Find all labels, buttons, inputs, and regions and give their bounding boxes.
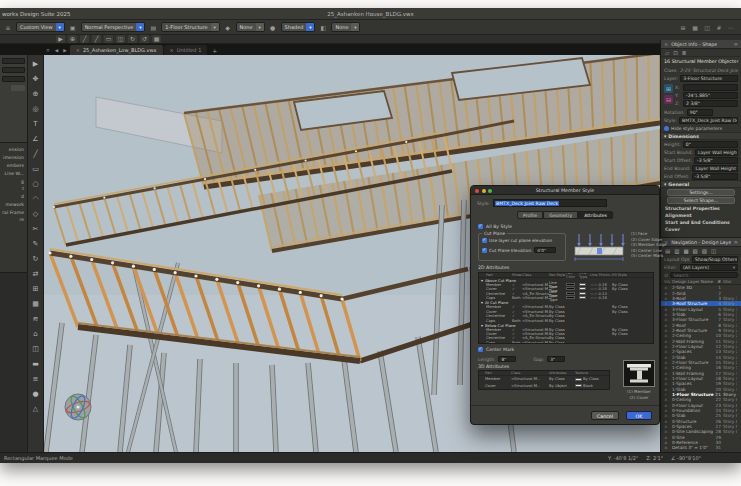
- section-link[interactable]: Structural Properties: [661, 205, 741, 212]
- tab-back-icon[interactable]: ◀: [53, 48, 60, 55]
- gap-field[interactable]: 3": [547, 356, 565, 362]
- slab-tool-icon[interactable]: ▬: [30, 357, 42, 372]
- text-tool-icon[interactable]: T: [30, 117, 42, 132]
- roof-tool-icon[interactable]: ≋: [30, 312, 42, 327]
- chevron-down-icon[interactable]: ▾: [256, 23, 264, 31]
- snap-mode-icon[interactable]: ⊕: [68, 35, 77, 43]
- rectangle-tool-icon[interactable]: ▭: [30, 162, 42, 177]
- nav-saved-views-icon[interactable]: ▨: [702, 248, 707, 254]
- palette-field[interactable]: [2, 67, 25, 73]
- grid-mode-icon[interactable]: ▦: [152, 35, 161, 43]
- visibility-mark[interactable]: ×: [664, 323, 672, 328]
- palette-field[interactable]: [2, 58, 25, 64]
- dialog-tab-geometry[interactable]: Geometry: [543, 211, 578, 219]
- chevron-down-icon[interactable]: ▾: [136, 23, 144, 31]
- tab-close-icon[interactable]: ×: [170, 47, 174, 53]
- visibility-mark[interactable]: ×: [664, 397, 672, 402]
- mirror-tool-icon[interactable]: ⇄: [30, 267, 42, 282]
- move-tool-icon[interactable]: ⊞: [30, 282, 42, 297]
- dimension-field[interactable]: -3 5/8": [692, 173, 738, 180]
- chevron-down-icon[interactable]: ▾: [211, 23, 219, 31]
- line-mode-icon[interactable]: ╱: [80, 35, 89, 43]
- camera-tool-icon[interactable]: △: [30, 402, 42, 417]
- tool-set-item[interactable]: embers: [0, 162, 27, 170]
- chevron-down-icon[interactable]: ▾: [56, 23, 64, 31]
- visibility-mark[interactable]: ×: [664, 355, 672, 360]
- layout-options-dropdown[interactable]: Show/Snap Others▾: [692, 256, 738, 263]
- rotate-cw-icon[interactable]: ↻: [128, 35, 137, 43]
- object-info-header[interactable]: × Object Info - Shape ≡: [661, 40, 741, 49]
- viewbar-dropdown-none[interactable]: None▾: [236, 22, 265, 32]
- arc-tool-icon[interactable]: ◠: [30, 192, 42, 207]
- nav-references-icon[interactable]: ◫: [711, 248, 716, 254]
- attr3d-row[interactable]: Cover<Structural-M...By ObjectBlack: [479, 383, 609, 390]
- visibility-mark[interactable]: ×: [664, 419, 672, 424]
- visibility-mark[interactable]: ×: [664, 301, 672, 306]
- visibility-mark[interactable]: ×: [664, 333, 672, 338]
- new-tab-button[interactable]: +: [208, 47, 221, 55]
- nav-layers-icon[interactable]: ▥: [674, 248, 679, 254]
- extents-mode-icon[interactable]: ⊟: [664, 95, 673, 104]
- tab-close-icon[interactable]: ×: [76, 47, 80, 53]
- more-icon[interactable]: ⋯: [727, 24, 735, 31]
- visibility-mark[interactable]: ×: [664, 285, 672, 290]
- visibility-mark[interactable]: ×: [664, 371, 672, 376]
- visibility-mark[interactable]: ×: [664, 408, 672, 413]
- visibility-mark[interactable]: ×: [664, 360, 672, 365]
- navigation-header[interactable]: × Navigation - Design Layers ≡: [661, 238, 741, 247]
- data-pane-icon[interactable]: ⊡: [673, 50, 678, 56]
- line-type-swatch[interactable]: [579, 296, 590, 300]
- visibility-mark[interactable]: ×: [664, 424, 672, 429]
- style-field[interactable]: BMTX_Deck Joist Raw Dec...▾: [679, 117, 738, 124]
- palette-button[interactable]: [11, 85, 25, 91]
- tool-set-item[interactable]: ral Frame: [0, 208, 27, 216]
- tool-set-item[interactable]: t: [0, 185, 27, 193]
- rotation-field[interactable]: 90°: [687, 109, 713, 116]
- cancel-button[interactable]: Cancel: [591, 411, 619, 420]
- document-tab[interactable]: ×25_Ashanken_Low_BLDG.vwx: [70, 45, 163, 55]
- hash-icon[interactable]: #: [715, 24, 723, 31]
- section-link[interactable]: Cover: [661, 226, 741, 233]
- visibility-mark[interactable]: ×: [664, 376, 672, 381]
- stair-tool-icon[interactable]: ≡: [30, 372, 42, 387]
- layer-field[interactable]: 3-Floor Structure: [680, 75, 738, 82]
- render-pane-icon[interactable]: ≣: [682, 50, 687, 56]
- tool-set-item[interactable]: Line W...: [0, 169, 27, 177]
- rotate-tool-icon[interactable]: ↻: [30, 252, 42, 267]
- viewbar-dropdown-custom-view[interactable]: Custom View▾: [16, 22, 65, 32]
- dimensions-section[interactable]: ▾Dimensions: [661, 132, 741, 140]
- freehand-tool-icon[interactable]: ✎: [30, 237, 42, 252]
- ok-button[interactable]: OK: [626, 411, 652, 420]
- visibility-mark[interactable]: ×: [664, 429, 672, 434]
- visibility-mark[interactable]: ×: [664, 312, 672, 317]
- line-type-swatch[interactable]: [579, 287, 590, 291]
- tool-set-item[interactable]: d: [0, 193, 27, 201]
- visibility-mark[interactable]: ×: [664, 291, 672, 296]
- visibility-mark[interactable]: ×: [664, 387, 672, 392]
- pan-tool-icon[interactable]: ✥: [30, 72, 42, 87]
- column-tool-icon[interactable]: ◫: [30, 342, 42, 357]
- split-mode-icon[interactable]: ◫: [116, 35, 125, 43]
- render-tool-icon[interactable]: ●: [30, 387, 42, 402]
- class-value[interactable]: 2-25' Structural Deck Jois...: [680, 68, 738, 73]
- clip-tool-icon[interactable]: ✂: [30, 222, 42, 237]
- tool-set-item[interactable]: mework: [0, 200, 27, 208]
- length-field[interactable]: 8": [498, 356, 516, 362]
- hide-style-row[interactable]: Hide style parameters: [661, 124, 741, 132]
- tab-forward-icon[interactable]: ▶: [61, 48, 68, 55]
- coordinate-field[interactable]: -24'1.885": [683, 92, 738, 99]
- tool-set-item[interactable]: imension: [0, 154, 27, 162]
- rect-mode-icon[interactable]: ▭: [104, 35, 113, 43]
- door-tool-icon[interactable]: ⌂: [30, 327, 42, 342]
- coordinate-field[interactable]: [683, 84, 738, 91]
- visibility-mark[interactable]: ×: [664, 349, 672, 354]
- search-input[interactable]: [670, 272, 738, 278]
- visibility-mark[interactable]: ×: [664, 445, 672, 450]
- viewbar-dropdown-1-floor-structure[interactable]: 1-Floor Structure▾: [161, 22, 219, 32]
- center-mark-checkbox[interactable]: Center Mark: [478, 347, 514, 352]
- document-tab[interactable]: ×Untitled 1: [164, 45, 208, 55]
- filter-dropdown[interactable]: (All Layers)▾: [680, 264, 738, 271]
- dialog-title-bar[interactable]: Structural Member Style: [471, 186, 659, 195]
- nav-viewports-icon[interactable]: ▧: [693, 248, 698, 254]
- dimension-field[interactable]: -3 5/8": [694, 157, 738, 164]
